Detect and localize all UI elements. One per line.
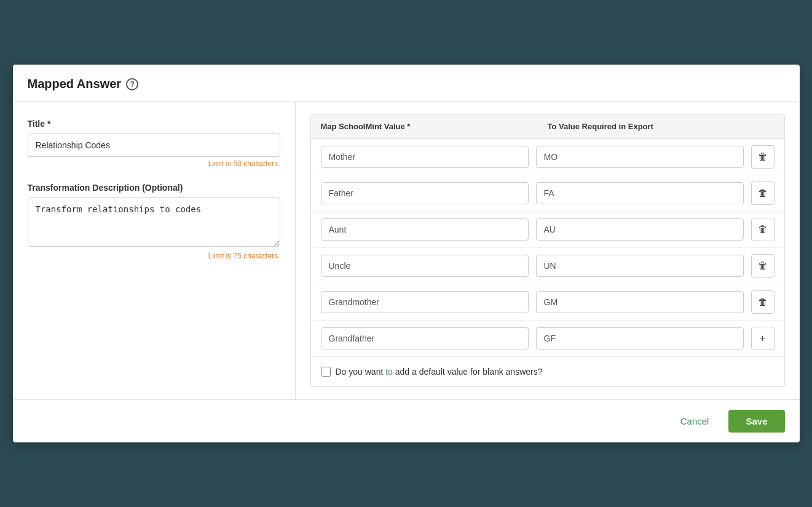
desc-char-limit: Limit is 75 characters. bbox=[28, 252, 280, 260]
help-icon[interactable]: ? bbox=[126, 78, 138, 90]
export-value-input-3[interactable] bbox=[536, 218, 744, 241]
mapping-header: Map SchoolMint Value * To Value Required… bbox=[311, 114, 784, 139]
modal-header: Mapped Answer ? bbox=[13, 65, 800, 102]
export-value-input-5[interactable] bbox=[536, 291, 744, 313]
map-value-input-4[interactable] bbox=[321, 255, 529, 277]
table-row: 🗑 bbox=[311, 175, 784, 212]
delete-row-button-5[interactable]: 🗑 bbox=[751, 290, 775, 314]
save-button[interactable]: Save bbox=[728, 410, 784, 433]
default-value-label[interactable]: Do you want to add a default value for b… bbox=[336, 367, 543, 377]
table-row: 🗑 bbox=[311, 212, 784, 248]
delete-row-button-3[interactable]: 🗑 bbox=[751, 218, 775, 241]
table-row: 🗑 bbox=[311, 248, 784, 284]
export-value-input-6[interactable] bbox=[536, 327, 744, 349]
add-row-button[interactable]: + bbox=[751, 327, 775, 350]
map-value-input-3[interactable] bbox=[321, 218, 529, 241]
export-value-input-1[interactable] bbox=[536, 146, 744, 168]
default-value-checkbox[interactable] bbox=[321, 367, 331, 377]
default-value-checkbox-row: Do you want to add a default value for b… bbox=[311, 357, 784, 386]
left-panel: Title * Limit is 50 characters. Transfor… bbox=[13, 102, 296, 399]
map-value-input-6[interactable] bbox=[321, 327, 529, 349]
right-panel: Map SchoolMint Value * To Value Required… bbox=[296, 102, 800, 399]
mapped-answer-modal: Mapped Answer ? Title * Limit is 50 char… bbox=[13, 65, 800, 442]
title-input[interactable] bbox=[28, 134, 280, 157]
table-row: 🗑 bbox=[311, 139, 784, 175]
export-value-input-4[interactable] bbox=[536, 255, 744, 277]
table-row: 🗑 bbox=[311, 284, 784, 321]
modal-body: Title * Limit is 50 characters. Transfor… bbox=[13, 102, 800, 399]
export-value-input-2[interactable] bbox=[536, 182, 744, 204]
mapping-table: Map SchoolMint Value * To Value Required… bbox=[310, 114, 785, 387]
modal-footer: Cancel Save bbox=[13, 399, 800, 442]
title-char-limit: Limit is 50 characters. bbox=[28, 159, 280, 168]
desc-label: Transformation Description (Optional) bbox=[28, 183, 280, 193]
cancel-button[interactable]: Cancel bbox=[671, 411, 719, 431]
delete-row-button-2[interactable]: 🗑 bbox=[751, 182, 775, 205]
delete-row-button-4[interactable]: 🗑 bbox=[751, 254, 775, 277]
title-label: Title * bbox=[28, 119, 280, 129]
map-value-input-1[interactable] bbox=[321, 146, 529, 168]
delete-row-button-1[interactable]: 🗑 bbox=[751, 145, 775, 169]
table-row: + bbox=[311, 321, 784, 357]
map-value-input-2[interactable] bbox=[321, 182, 529, 204]
modal-title: Mapped Answer bbox=[28, 77, 122, 91]
map-value-input-5[interactable] bbox=[321, 291, 529, 313]
col1-header: Map SchoolMint Value * bbox=[321, 122, 548, 131]
highlight-to: to bbox=[385, 367, 393, 377]
col2-header: To Value Required in Export bbox=[548, 122, 775, 131]
desc-textarea[interactable]: Transform relationships to codes bbox=[28, 198, 280, 247]
